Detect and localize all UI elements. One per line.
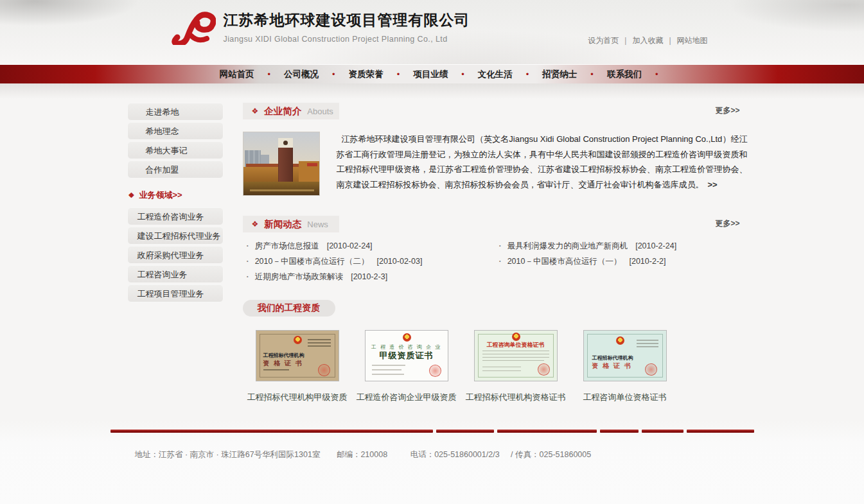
certificate-text-line: [482, 351, 549, 351]
footer-fax: 传真：025-51860005: [515, 450, 591, 459]
certificate-image[interactable]: 工程咨询单位资格证书: [474, 330, 558, 381]
sidebar-item-xidi-idea[interactable]: 希地理念: [127, 122, 224, 140]
intro-more-link[interactable]: >>: [708, 180, 718, 189]
page: 江苏希地环球建设项目管理有限公司 Jiangsu XIDI Global Con…: [0, 0, 864, 504]
news-section-chip: ❖ 新闻动态 News: [243, 216, 339, 232]
news-item-title: 房产市场信息报道: [255, 241, 319, 252]
divider-segment: [600, 430, 639, 433]
about-section-title: 企业简介: [264, 105, 301, 117]
bullet-icon: ·: [247, 257, 249, 266]
nav-item-home[interactable]: 网站首页: [206, 65, 268, 84]
sidebar-item-xidi-events[interactable]: 希地大事记: [127, 141, 224, 159]
about-section-header: ❖ 企业简介 Abouts 更多>>: [243, 103, 748, 119]
hero-background: [0, 83, 864, 99]
quick-link-separator: |: [669, 36, 671, 45]
photo-water: [243, 182, 319, 195]
quick-link-separator: |: [624, 36, 626, 45]
diamond-icon: ❖: [252, 220, 259, 229]
nav-item-contact[interactable]: 联系我们: [594, 65, 655, 84]
certificates-row: 工程招标代理机构 资 格 证 书 工程招标代理机构甲级资质 工 程 造 价 咨 …: [243, 330, 748, 403]
certificate-text-line: [482, 367, 521, 367]
certificate-text-line: [637, 346, 658, 347]
divider-segment: [110, 430, 433, 433]
certificate-text-line: [263, 369, 289, 370]
news-item[interactable]: · 最具利润爆发力的商业地产新商机 [2010-2-24]: [495, 241, 748, 256]
seal-icon: [429, 365, 441, 377]
nav-item-culture[interactable]: 文化生活: [464, 65, 526, 84]
certificate-column: 工程咨询单位资格证书 工程招标代理机构资格证书: [461, 330, 570, 403]
certificate-text-line: [482, 354, 549, 354]
seal-icon: [645, 363, 657, 376]
news-item[interactable]: · 近期房地产市场政策解读 [2010-2-3]: [243, 272, 495, 287]
sidebar-item-about-xidi[interactable]: 走进希地: [127, 103, 224, 121]
company-logo-icon[interactable]: [170, 9, 216, 45]
diamond-icon: ❖: [252, 107, 259, 116]
certificate-caption: 工程咨询单位资格证书: [583, 392, 667, 403]
main-content: ❖ 企业简介 Abouts 更多>>: [243, 103, 748, 403]
certificate-text-line: [637, 343, 658, 344]
sidebar-item-gov-procurement[interactable]: 政府采购代理业务: [127, 246, 224, 264]
news-list: · 房产市场信息报道 [2010-02-24] · 2010－中国楼市高位运行（…: [243, 241, 748, 287]
content-area: 走进希地 希地理念 希地大事记 合作加盟 ❖业务领域>> 工程造价咨询业务 建设…: [110, 99, 754, 403]
photo-red-sign: [307, 163, 317, 166]
certificate-text-line: [482, 360, 544, 361]
photo-tower-clock: [283, 141, 288, 145]
nav-item-projects[interactable]: 项目业绩: [400, 65, 461, 84]
news-item[interactable]: · 房产市场信息报道 [2010-02-24]: [243, 241, 495, 256]
certificate-caption: 工程造价咨询企业甲级资质: [357, 392, 457, 403]
bullet-icon: ·: [247, 241, 249, 250]
news-item[interactable]: · 2010－中国楼市高位运行（二） [2010-02-03]: [243, 256, 495, 272]
certificate-image[interactable]: 工程招标代理机构 资 格 证 书: [583, 330, 667, 381]
emblem-icon: [294, 336, 302, 344]
company-name: 江苏希地环球建设项目管理有限公司: [224, 10, 470, 30]
diamond-icon: ❖: [128, 191, 135, 199]
footer-divider: [110, 430, 754, 433]
brand-block: 江苏希地环球建设项目管理有限公司 Jiangsu XIDI Global Con…: [224, 10, 470, 44]
building-photo-image: [243, 132, 320, 196]
sidebar-item-cooperation[interactable]: 合作加盟: [127, 161, 224, 178]
certificate-column: 工程招标代理机构 资 格 证 书 工程咨询单位资格证书: [570, 330, 680, 403]
news-item-date: [2010-02-24]: [327, 241, 373, 250]
bullet-icon: ·: [499, 257, 502, 266]
news-item-title: 最具利润爆发力的商业地产新商机: [507, 241, 628, 252]
sidebar-item-eng-consulting[interactable]: 工程咨询业务: [127, 265, 224, 283]
certificate-text-line: [372, 369, 401, 370]
certificate-image[interactable]: 工程招标代理机构 资 格 证 书: [256, 330, 339, 381]
nav-separator-dot: •: [655, 65, 658, 84]
news-section-subtitle: News: [307, 220, 328, 229]
company-name-en: Jiangsu XIDI Global Construction Project…: [224, 35, 470, 44]
about-section-chip: ❖ 企业简介 Abouts: [243, 103, 339, 119]
sidebar-item-bidding-agency[interactable]: 建设工程招标代理业务: [127, 227, 224, 245]
sidebar: 走进希地 希地理念 希地大事记 合作加盟 ❖业务领域>> 工程造价咨询业务 建设…: [127, 103, 224, 403]
footer-separator: /: [511, 450, 513, 459]
nav-item-qualification[interactable]: 资质荣誉: [335, 65, 397, 84]
divider-segment: [642, 430, 683, 433]
news-item-date: [2010-02-03]: [376, 257, 422, 266]
intro-paragraph-text: 江苏希地环球建设项目管理有限公司（英文名Jiangsu Xidi Global …: [337, 134, 748, 189]
news-item-date: [2010-2-2]: [629, 257, 666, 266]
link-set-homepage[interactable]: 设为首页: [588, 36, 619, 45]
news-item[interactable]: · 2010－中国楼市高位运行（一） [2010-2-2]: [495, 256, 748, 272]
footer-zipcode: 邮编：210008: [337, 450, 387, 459]
certificate-text-line: [308, 345, 331, 347]
seal-icon: [318, 364, 330, 376]
site-footer: 地址：江苏省 · 南京市 · 珠江路67号华利国际1301室 邮编：210008…: [110, 430, 754, 460]
certificate-image[interactable]: 工 程 造 价 咨 询 企 业 甲级资质证书: [365, 330, 448, 381]
qualifications-heading-label: 我们的工程资质: [258, 302, 321, 314]
nav-item-company[interactable]: 公司概况: [270, 65, 332, 84]
link-sitemap[interactable]: 网站地图: [677, 36, 708, 45]
sidebar-item-project-management[interactable]: 工程项目管理业务: [127, 284, 224, 302]
certificate-subtitle: 甲级资质证书: [366, 350, 448, 361]
certificate-title: 工程招标代理机构: [592, 354, 633, 361]
about-more-link[interactable]: 更多>>: [715, 105, 739, 116]
link-add-favorite[interactable]: 加入收藏: [632, 36, 663, 45]
nav-items: 网站首页• 公司概况• 资质荣誉• 项目业绩• 文化生活• 招贤纳士• 联系我们…: [0, 65, 864, 84]
qualifications-heading-pill: 我们的工程资质: [243, 300, 335, 317]
nav-item-recruit[interactable]: 招贤纳士: [529, 65, 590, 84]
header-inner: 江苏希地环球建设项目管理有限公司 Jiangsu XIDI Global Con…: [110, 0, 754, 64]
photo-water-glint: [250, 189, 314, 191]
emblem-icon: [616, 336, 624, 345]
company-intro-paragraph: 江苏希地环球建设项目管理有限公司（英文名Jiangsu Xidi Global …: [337, 132, 748, 196]
sidebar-item-cost-consulting[interactable]: 工程造价咨询业务: [127, 207, 224, 225]
news-more-link[interactable]: 更多>>: [715, 218, 739, 229]
